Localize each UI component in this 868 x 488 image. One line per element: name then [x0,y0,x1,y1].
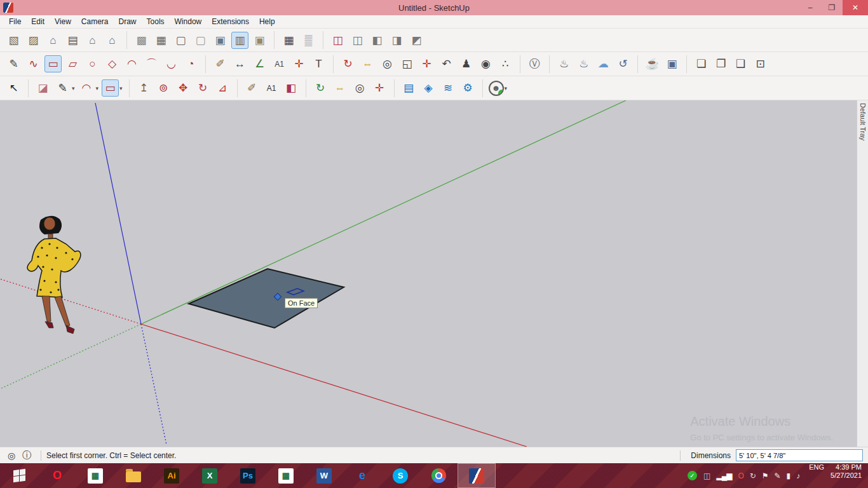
shaded-style-icon[interactable]: ▣ [212,32,229,49]
taskbar-sketchup-icon[interactable] [458,463,496,488]
open-model-icon[interactable]: ▨ [25,32,42,49]
shapes-tool-menu-dropdown-arrow-icon[interactable]: ▾ [119,85,123,92]
two-point-arc-tool-icon[interactable]: ⌒ [143,55,160,72]
text-tool-icon[interactable]: A1 [271,55,288,72]
fog-toggle-icon[interactable]: ▒ [300,32,317,49]
back-edges-style-icon[interactable]: ▦ [153,32,170,49]
protractor-tool-icon[interactable]: ∠ [251,55,268,72]
vray-render-icon[interactable]: ♨ [555,55,573,72]
extension-warehouse-icon[interactable]: ◈ [420,79,437,97]
minimize-button[interactable]: – [799,0,821,15]
taskbar-office-app-2-icon[interactable]: ▦ [267,463,305,488]
vray-frame-buffer-icon[interactable]: ▣ [663,55,681,72]
arc-tool-icon[interactable]: ◠ [123,55,140,72]
credits-info-icon[interactable]: ⓘ [20,449,33,462]
zoom-previous-tool-icon[interactable]: ↶ [438,55,455,72]
display-section-cuts-icon[interactable]: ◧ [369,32,386,49]
eraser-tool-icon[interactable]: ◪ [34,79,51,97]
home-view-icon[interactable]: ⌂ [44,32,62,49]
sign-in-account-dropdown-arrow-icon[interactable]: ▾ [505,85,508,92]
new-model-icon[interactable]: ▧ [5,32,22,49]
taskbar-file-explorer-icon[interactable] [114,463,153,488]
taskbar-office-app-1-icon[interactable]: ▦ [76,463,114,488]
shadows-toggle-icon[interactable]: ▦ [280,32,297,49]
3d-text-tool-icon[interactable]: T [310,55,327,72]
model-viewport[interactable]: On Face Activate Windows Go to PC settin… [0,100,868,447]
look-around-tool-icon[interactable]: ◉ [477,55,494,72]
sign-in-account-icon[interactable]: ☻✓ [489,81,504,96]
tray-battery-icon[interactable]: ▮ [787,471,790,480]
preview-window-icon[interactable]: ❑ [732,55,749,72]
three-point-arc-tool-icon[interactable]: ◡ [163,55,180,72]
pan-tool-icon[interactable]: ⇔ [359,55,376,72]
taskbar-start-icon[interactable] [0,463,38,488]
scale-tool-icon[interactable]: ⊿ [214,79,231,97]
zoom-extents-tool-2-icon[interactable]: ✛ [371,79,388,97]
menu-file[interactable]: File [4,16,26,27]
position-camera-tool-icon[interactable]: ♟ [458,55,475,72]
lock-toolbars-icon[interactable]: ⊡ [752,55,769,72]
full-screen-icon[interactable]: ❏ [693,55,710,72]
3d-warehouse-icon[interactable]: ▤ [400,79,417,97]
tape-measure-tool-icon[interactable]: ✐ [212,55,229,72]
tray-sync-icon[interactable]: ↻ [750,471,756,480]
menu-edit[interactable]: Edit [26,16,50,27]
zoom-tool-2-icon[interactable]: ◎ [351,79,369,97]
zoom-window-tool-icon[interactable]: ◱ [398,55,416,72]
taskbar-word-icon[interactable]: W [305,463,343,488]
taskbar-clock[interactable]: 4:39 PM 5/27/2021 [831,463,868,488]
taskbar-photoshop-icon[interactable]: Ps [229,463,267,488]
line-tool-menu-dropdown-arrow-icon[interactable]: ▾ [72,85,75,92]
dimension-tool-icon[interactable]: ↔ [231,55,248,72]
extension-manager-icon[interactable]: ⚙ [459,79,477,97]
line-tool-icon[interactable]: ✎ [5,55,22,72]
pan-tool-2-icon[interactable]: ⇔ [332,79,349,97]
language-indicator[interactable]: ENG [809,463,824,488]
tray-opera-tray-icon[interactable]: O [738,471,743,480]
pie-tool-icon[interactable]: ◔ [182,55,200,72]
tray-network-signal-icon[interactable]: ▂▄▆ [716,471,731,480]
xray-style-icon[interactable]: ▩ [133,32,150,49]
tray-security-check-icon[interactable]: ✓ [688,471,697,480]
vray-batch-render-icon[interactable]: ↺ [614,55,632,72]
polygon-tool-icon[interactable]: ◇ [104,55,121,72]
offset-tool-icon[interactable]: ⊚ [155,79,172,97]
orbit-tool-2-icon[interactable]: ↻ [312,79,329,97]
monochrome-style-icon[interactable]: ▣ [251,32,268,49]
tape-measure-tool-2-icon[interactable]: ✐ [243,79,261,97]
push-pull-tool-icon[interactable]: ↥ [135,79,153,97]
freehand-tool-icon[interactable]: ∿ [25,55,42,72]
geolocation-icon[interactable]: ◎ [5,449,18,462]
menu-camera[interactable]: Camera [76,16,114,27]
shapes-tool-menu-icon[interactable]: ▭ [102,79,119,97]
line-tool-menu-icon[interactable]: ✎ [54,79,71,97]
dimensions-input[interactable] [736,449,863,461]
vray-viewport-render-icon[interactable]: ☕ [644,55,661,72]
section-outline-icon[interactable]: ◩ [408,32,425,49]
view-front-icon[interactable]: ⌂ [84,32,101,49]
circle-tool-icon[interactable]: ○ [84,55,101,72]
vray-asset-editor-icon[interactable]: Ⓥ [526,55,543,72]
zoom-tool-icon[interactable]: ◎ [379,55,396,72]
tray-pen-icon[interactable]: ✎ [775,471,780,480]
vray-interactive-render-icon[interactable]: ♨ [575,55,592,72]
taskbar-skype-icon[interactable]: S [381,463,419,488]
view-iso-icon[interactable]: ⌂ [104,32,121,49]
menu-extensions[interactable]: Extensions [207,16,254,27]
menu-window[interactable]: Window [170,16,207,27]
menu-help[interactable]: Help [254,16,280,27]
taskbar-illustrator-icon[interactable]: Ai [153,463,191,488]
tray-volume-icon[interactable]: ♪ [796,471,799,480]
display-section-planes-icon[interactable]: ◫ [349,32,366,49]
arcs-tool-menu-dropdown-arrow-icon[interactable]: ▾ [96,85,99,92]
section-plane-icon[interactable]: ◫ [329,32,346,49]
rectangle-face[interactable] [189,269,344,328]
restore-button[interactable]: ❐ [821,0,843,15]
wireframe-style-icon[interactable]: ▢ [172,32,189,49]
menu-tools[interactable]: Tools [142,16,170,27]
person-figure[interactable] [27,216,81,334]
arcs-tool-menu-icon[interactable]: ◠ [78,79,95,97]
hidden-line-style-icon[interactable]: ▢ [192,32,209,49]
tray-app-badge-icon[interactable]: ◫ [703,471,710,480]
model-share-icon[interactable]: ≋ [440,79,457,97]
